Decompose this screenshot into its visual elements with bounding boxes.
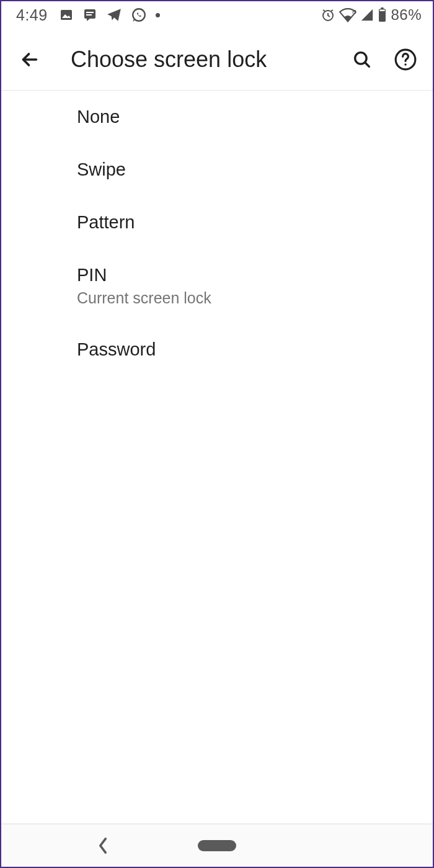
help-button[interactable]	[392, 46, 419, 73]
message-icon	[82, 7, 97, 22]
svg-rect-0	[61, 10, 72, 20]
nav-back-button[interactable]	[91, 833, 115, 858]
svg-rect-1	[84, 9, 95, 19]
status-right: R 86%	[321, 6, 422, 24]
telegram-icon	[106, 7, 122, 23]
nav-home-pill[interactable]	[198, 840, 236, 851]
wifi-icon: R	[339, 7, 356, 22]
svg-rect-8	[381, 7, 384, 9]
navigation-bar	[1, 823, 433, 867]
svg-rect-9	[380, 9, 385, 11]
back-button[interactable]	[15, 45, 45, 74]
alarm-icon	[321, 7, 335, 22]
svg-rect-3	[86, 14, 92, 16]
chevron-left-icon	[97, 837, 109, 854]
option-password[interactable]: Password	[1, 323, 433, 376]
svg-rect-2	[86, 12, 94, 13]
battery-icon	[378, 7, 387, 22]
signal-icon	[360, 8, 374, 22]
dot-icon	[156, 13, 160, 17]
battery-percent: 86%	[391, 6, 422, 24]
screen: 4:49 R	[0, 0, 434, 868]
status-clock: 4:49	[16, 6, 48, 24]
option-label: Pattern	[77, 212, 420, 233]
option-sublabel: Current screen lock	[77, 289, 420, 307]
option-label: Password	[77, 339, 420, 360]
search-button[interactable]	[348, 46, 376, 73]
options-list: None Swipe Pattern PIN Current screen lo…	[1, 91, 433, 823]
page-title: Choose screen lock	[71, 47, 348, 73]
help-icon	[394, 48, 417, 71]
option-pattern[interactable]: Pattern	[1, 196, 433, 249]
option-label: Swipe	[77, 159, 420, 180]
app-bar: Choose screen lock	[1, 29, 433, 91]
status-left: 4:49	[16, 6, 160, 24]
status-bar: 4:49 R	[1, 1, 433, 29]
photos-icon	[59, 7, 74, 22]
svg-text:R: R	[352, 9, 356, 15]
svg-point-12	[404, 63, 406, 65]
option-label: None	[77, 107, 420, 127]
app-bar-actions	[348, 46, 419, 73]
option-none[interactable]: None	[1, 91, 433, 143]
option-swipe[interactable]: Swipe	[1, 143, 433, 196]
option-pin[interactable]: PIN Current screen lock	[1, 249, 433, 323]
search-icon	[352, 49, 373, 70]
back-arrow-icon	[19, 48, 41, 71]
svg-point-4	[133, 9, 145, 21]
whatsapp-icon	[131, 7, 147, 23]
option-label: PIN	[77, 265, 420, 285]
